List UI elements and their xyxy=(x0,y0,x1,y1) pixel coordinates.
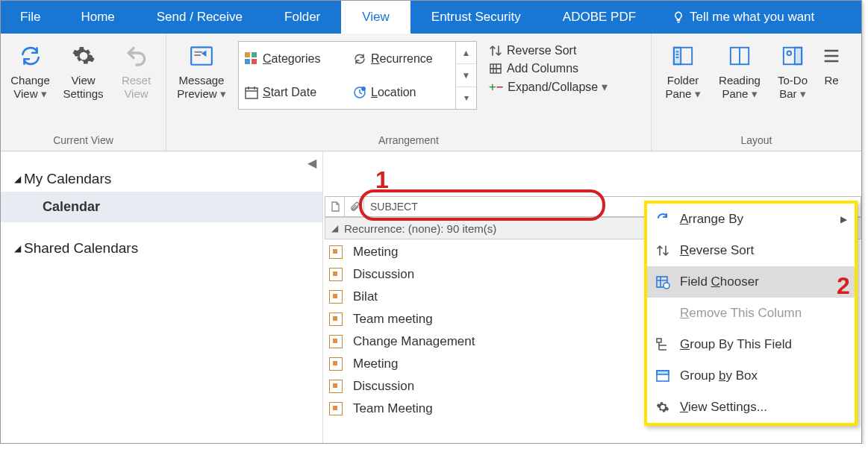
svg-point-17 xyxy=(664,283,669,289)
svg-rect-8 xyxy=(490,64,501,69)
expand-collapse-icon: +− xyxy=(489,80,503,94)
gallery-scroll-down[interactable]: ▼ xyxy=(456,64,476,87)
folder-pane-icon xyxy=(669,43,696,69)
arrange-location[interactable]: Location xyxy=(347,75,455,109)
column-header-icon2[interactable] xyxy=(345,197,364,216)
todo-bar-icon xyxy=(779,43,806,69)
tell-me-label: Tell me what you want xyxy=(690,10,814,25)
field-chooser-icon xyxy=(655,274,671,290)
submenu-arrow-icon: ▶ xyxy=(840,214,847,224)
svg-rect-11 xyxy=(674,48,681,65)
arrange-categories[interactable]: Categories xyxy=(239,42,347,75)
nav-section-my-calendars[interactable]: ◢ My Calendars xyxy=(1,166,322,192)
folder-pane-button[interactable]: Folder Pane ▾ xyxy=(656,37,710,101)
nav-collapse-button[interactable]: ◀ xyxy=(307,156,316,170)
attachment-icon xyxy=(349,201,360,212)
group-arrangement: Message Preview ▾ Categories Start Date xyxy=(166,34,652,151)
reminders-icon xyxy=(819,43,841,69)
add-columns-icon xyxy=(489,62,502,75)
svg-rect-2 xyxy=(252,52,257,57)
arrangement-side: Reverse Sort Add Columns +− Expand/Colla… xyxy=(480,37,613,94)
column-header-icon1[interactable] xyxy=(325,197,345,216)
undo-icon xyxy=(123,43,150,69)
list-pane: SUBJECT LOCATION START ◢ Recurrence: (no… xyxy=(323,151,861,443)
menu-field-chooser[interactable]: Field Chooser xyxy=(647,266,855,298)
reverse-sort-button[interactable]: Reverse Sort xyxy=(489,44,608,57)
add-columns-button[interactable]: Add Columns xyxy=(489,62,608,75)
gear-icon xyxy=(655,399,671,415)
svg-point-7 xyxy=(361,87,366,91)
tab-view[interactable]: View xyxy=(341,1,410,34)
outlook-window: File Home Send / Receive Folder View Ent… xyxy=(0,0,862,444)
svg-rect-3 xyxy=(245,59,250,64)
menu-arrange-by[interactable]: Arrange By ▶ xyxy=(647,204,855,235)
tab-folder[interactable]: Folder xyxy=(263,1,341,34)
svg-rect-0 xyxy=(191,47,212,64)
menu-group-by-box[interactable]: Group by Box xyxy=(647,360,855,392)
calendar-icon xyxy=(329,380,343,393)
change-view-button[interactable]: Change View ▾ xyxy=(5,37,55,101)
reverse-sort-icon xyxy=(489,44,502,57)
arrange-start-date[interactable]: Start Date xyxy=(239,75,347,109)
calendar-icon xyxy=(329,245,343,259)
arrange-recurrence[interactable]: Recurrence xyxy=(347,42,455,75)
gallery-scroll-up[interactable]: ▲ xyxy=(456,42,476,64)
calendar-icon xyxy=(329,313,343,326)
menu-remove-column[interactable]: Remove This Column xyxy=(647,298,855,329)
group-label-layout: Layout xyxy=(656,131,857,151)
start-date-icon xyxy=(245,86,258,99)
message-preview-icon xyxy=(188,43,215,69)
svg-rect-1 xyxy=(245,52,250,57)
svg-point-15 xyxy=(787,51,792,55)
location-icon xyxy=(353,86,366,99)
reminders-button-partial[interactable]: Re xyxy=(819,37,841,87)
tab-send-receive[interactable]: Send / Receive xyxy=(136,1,263,34)
collapse-triangle-icon: ◢ xyxy=(14,174,21,184)
reading-pane-icon xyxy=(726,43,753,69)
menu-group-by-field[interactable]: Group By This Field xyxy=(647,329,855,360)
tab-home[interactable]: Home xyxy=(60,1,135,34)
expand-collapse-button[interactable]: +− Expand/Collapse ▾ xyxy=(489,80,608,94)
arrange-by-icon xyxy=(655,211,671,227)
lightbulb-icon xyxy=(672,10,685,24)
svg-rect-9 xyxy=(490,69,501,73)
reading-pane-button[interactable]: Reading Pane ▾ xyxy=(713,37,766,101)
nav-section-shared-calendars[interactable]: ◢ Shared Calendars xyxy=(1,236,322,261)
menu-reverse-sort[interactable]: Reverse Sort xyxy=(647,235,855,266)
group-label-arrangement: Arrangement xyxy=(171,131,646,151)
group-by-box-icon xyxy=(655,368,671,384)
svg-rect-20 xyxy=(657,371,669,374)
change-view-icon xyxy=(17,43,44,69)
ribbon-tabs: File Home Send / Receive Folder View Ent… xyxy=(1,1,861,34)
group-by-field-icon xyxy=(655,336,671,353)
view-settings-button[interactable]: View Settings xyxy=(58,37,108,101)
content-area: ◀ ◢ My Calendars Calendar ◢ Shared Calen… xyxy=(1,151,861,443)
categories-icon xyxy=(245,52,258,66)
gallery-expand[interactable]: ▾ xyxy=(456,87,476,109)
reverse-sort-icon xyxy=(655,242,671,259)
group-current-view: Change View ▾ View Settings Reset View C… xyxy=(1,34,166,151)
tab-entrust-security[interactable]: Entrust Security xyxy=(410,1,542,34)
tab-adobe-pdf[interactable]: ADOBE PDF xyxy=(542,1,657,34)
calendar-icon xyxy=(329,402,343,415)
collapse-triangle-icon: ◢ xyxy=(331,223,338,233)
message-preview-button[interactable]: Message Preview ▾ xyxy=(171,37,232,101)
nav-item-calendar[interactable]: Calendar xyxy=(1,192,322,222)
tell-me[interactable]: Tell me what you want xyxy=(657,10,814,25)
collapse-triangle-icon: ◢ xyxy=(14,243,21,254)
column-context-menu: Arrange By ▶ Reverse Sort Field Chooser xyxy=(644,201,858,426)
svg-rect-4 xyxy=(252,59,257,64)
reset-view-button[interactable]: Reset View xyxy=(111,37,161,101)
svg-rect-14 xyxy=(795,48,802,65)
calendar-icon xyxy=(329,357,343,371)
gallery-scroll: ▲ ▼ ▾ xyxy=(455,42,476,109)
svg-rect-5 xyxy=(246,88,257,98)
page-icon xyxy=(330,201,340,212)
group-label-current-view: Current View xyxy=(5,131,161,151)
gear-icon xyxy=(70,43,97,69)
recurrence-icon xyxy=(353,52,366,66)
todo-bar-button[interactable]: To-Do Bar ▾ xyxy=(769,37,816,101)
tab-file[interactable]: File xyxy=(1,1,60,34)
menu-view-settings[interactable]: View Settings... xyxy=(647,392,855,423)
calendar-icon xyxy=(329,335,343,348)
